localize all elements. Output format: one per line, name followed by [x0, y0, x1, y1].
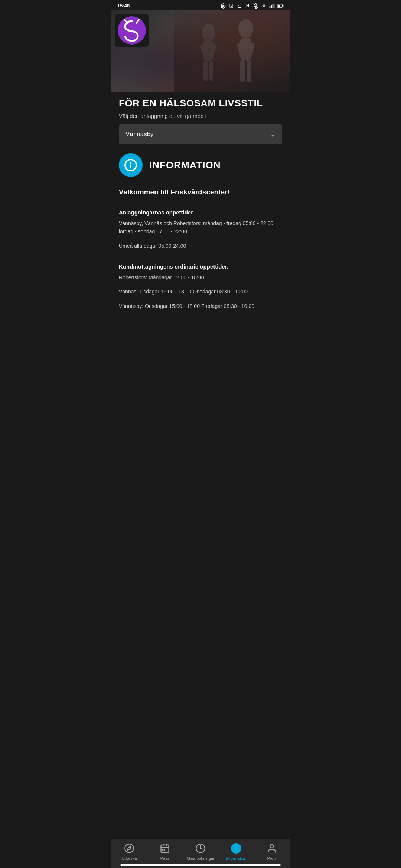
explore-icon	[124, 843, 135, 854]
nav-item-mina-bokningar[interactable]: Mina bokningar	[183, 843, 218, 861]
status-icons: N	[220, 4, 284, 8]
opening-hours-body2: Umeå alla dagar 05.00-24.00	[119, 242, 282, 250]
profile-icon	[266, 843, 277, 854]
gallery-icon	[236, 4, 243, 8]
svg-rect-11	[273, 4, 274, 8]
svg-rect-15	[283, 5, 283, 6]
svg-rect-27	[209, 61, 213, 81]
svg-point-22	[202, 24, 215, 40]
nav-item-utforska[interactable]: Utforska	[111, 843, 147, 861]
pass-icon	[159, 843, 170, 854]
nav-label-information: Information	[226, 856, 246, 861]
opening-hours-body1: Vännäsby, Vännäs och Robertsfors: måndag…	[119, 219, 282, 236]
svg-rect-14	[278, 4, 280, 7]
svg-rect-34	[161, 845, 169, 853]
svg-point-4	[239, 5, 239, 6]
nav-label-pass: Pass	[160, 856, 169, 861]
svg-rect-20	[240, 60, 245, 82]
sim-icon	[228, 4, 235, 8]
main-content: FÖR EN HÄLSOSAM LIVSSTIL Välj den anlägg…	[111, 98, 290, 357]
status-bar: 15:48 N	[111, 0, 290, 10]
svg-point-8	[264, 7, 264, 7]
svg-point-0	[222, 5, 224, 7]
signal-bars-icon	[269, 4, 276, 8]
nav-label-mina-bokningar: Mina bokningar	[186, 856, 214, 861]
information-nav-icon	[231, 843, 242, 854]
location-dropdown[interactable]: Vännäsby ⌄	[119, 124, 282, 144]
settings-icon	[220, 4, 226, 8]
svg-rect-21	[247, 60, 251, 82]
svg-rect-9	[270, 6, 271, 8]
hero-image	[111, 10, 290, 92]
nav-item-pass[interactable]: Pass	[147, 843, 183, 861]
opening-hours-section: Anläggningarnas öppettider Vännäsby, Vän…	[119, 209, 282, 250]
nav-item-profil[interactable]: Profil	[254, 843, 290, 861]
svg-point-43	[270, 845, 273, 848]
bottom-navigation: Utforska Pass Mina bokningar	[111, 839, 290, 868]
info-section-header: INFORMATION	[119, 153, 282, 177]
bookings-icon	[195, 843, 206, 854]
app-logo	[115, 14, 149, 47]
svg-marker-33	[127, 846, 131, 850]
customer-reception-section: Kundmottagningens ordinarie öppettider. …	[119, 263, 282, 310]
chevron-down-icon: ⌄	[270, 130, 276, 138]
mute-icon	[252, 4, 259, 8]
info-icon	[124, 158, 137, 172]
svg-rect-2	[231, 6, 232, 7]
wifi-icon	[261, 4, 267, 8]
info-title: INFORMATION	[149, 160, 221, 171]
svg-rect-12	[274, 4, 275, 8]
dropdown-selected-value: Vännäsby	[125, 131, 154, 138]
home-indicator	[120, 864, 281, 866]
svg-point-32	[125, 844, 133, 852]
nav-label-profil: Profil	[267, 856, 276, 861]
nfc-icon: N	[244, 4, 251, 8]
welcome-text: Välkommen till Friskvårdscenter!	[119, 187, 282, 197]
svg-rect-38	[163, 849, 164, 851]
page-title: FÖR EN HÄLSOSAM LIVSSTIL	[119, 98, 282, 109]
nav-label-utforska: Utforska	[122, 856, 137, 861]
opening-hours-title: Anläggningarnas öppettider	[119, 209, 282, 216]
svg-rect-10	[271, 5, 272, 8]
customer-reception-title: Kundmottagningens ordinarie öppettider.	[119, 263, 282, 270]
status-time: 15:48	[117, 3, 130, 9]
page-subtitle: Välj den anläggning du vill gå med i	[119, 113, 282, 119]
battery-icon	[277, 4, 284, 8]
customer-reception-body2: Vännäs: Tisdagar 15:00 - 18:00 Onsdagar …	[119, 287, 282, 296]
customer-reception-body1: Robertsfors: Måndagar 12:00 - 18:00	[119, 273, 282, 282]
svg-rect-26	[203, 61, 208, 81]
customer-reception-body3: Vännäsby: Onsdagar 15:00 - 18:00 Fredaga…	[119, 302, 282, 310]
nav-item-information[interactable]: Information	[218, 843, 254, 861]
svg-point-16	[238, 19, 253, 38]
info-icon-circle	[119, 153, 143, 177]
